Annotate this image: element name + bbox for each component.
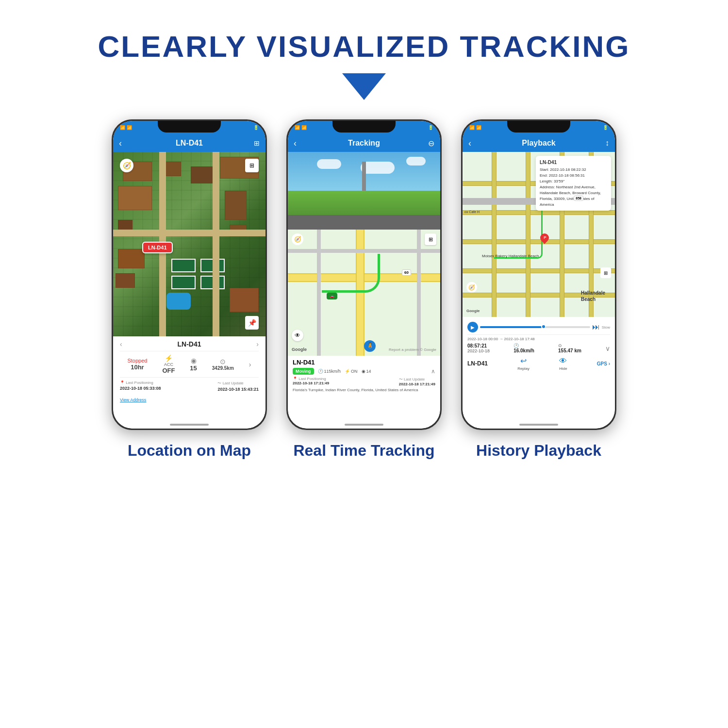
map-court-3 (171, 276, 196, 289)
phone2-acc: ⚡ ON (345, 369, 358, 374)
phone3-time-date: 2022-10-18 (467, 348, 490, 353)
phone3-stat-time: 08:57:21 2022-10-18 (467, 343, 490, 353)
phone1-chevron-right[interactable]: › (256, 340, 259, 348)
p3-p-pin-label: P (544, 235, 546, 240)
phone1-header-icon[interactable]: ⊞ (254, 139, 260, 147)
phone3-skip-btn[interactable]: ⏭ (592, 323, 600, 331)
phone1-update-item: 〜 Last Update 2022-10-18 15:43:21 (217, 381, 259, 392)
phone1-compass: 🧭 (120, 159, 133, 172)
p3-beach-label: HallandaleBeach (581, 290, 605, 302)
map-building-4 (191, 166, 215, 183)
phone1-update-datetime: 2022-10-18 15:43:21 (217, 387, 259, 392)
phone2-expand-btn[interactable]: ∧ (431, 368, 435, 375)
p3-compass: 🧭 (466, 282, 477, 293)
phone3-stats-row: 08:57:21 2022-10-18 🕐 16.0km/h ⊙ 155.47 … (467, 343, 610, 353)
phone1-status-battery: 🔋 (253, 125, 259, 130)
phone3-hide-btn[interactable]: 👁 Hide (559, 357, 567, 371)
p2-eye-btn[interactable]: 👁 (292, 330, 303, 341)
p2-map-logo: Google (292, 347, 307, 352)
phone1-view-address[interactable]: View Address (120, 395, 259, 403)
phone1-chevron-left[interactable]: ‹ (120, 340, 122, 348)
phone2-update-label: 〜 Last Update (399, 377, 435, 382)
phone3-status-left: 📶 📶 (469, 125, 481, 130)
phone1-notch (158, 121, 221, 132)
phone2-home-bar (345, 424, 383, 426)
p3-copy-btn[interactable]: ⊞ (600, 267, 611, 278)
phone1-home-bar (170, 424, 209, 426)
p3-info-device: LN-D41 (540, 159, 607, 166)
phone3-back-btn[interactable]: ‹ (468, 138, 471, 149)
phone1-frame: 📶 📶 15:4 🔋 ‹ LN-D41 ⊞ (112, 119, 267, 430)
phone2-update-datetime: 2022-10-18 17:21:49 (399, 382, 435, 386)
phone2-speed: 🕐 115km/h (318, 369, 341, 374)
phone2-back-btn[interactable]: ‹ (294, 138, 297, 149)
phone3-time-range: 2022-10-18 00:00 → 2022-10-18 17:48 (467, 337, 610, 341)
phone1-view-addr-link[interactable]: View Address (120, 397, 146, 402)
phone1-device-name: LN-D41 (177, 340, 201, 348)
phone3-replay-icon: ↩ (520, 356, 527, 365)
phone1-loc-row: 📍 Last Positioning 2022-10-18 05:33:08 〜… (120, 378, 259, 395)
p2-route-path (322, 254, 380, 293)
p3-info-start: Start: 2022-10-18 08:22:32 (540, 167, 607, 173)
phone1-back-btn[interactable]: ‹ (119, 138, 122, 149)
phone1-copy-btn[interactable]: ⊞ (245, 159, 259, 172)
phone2-bottom: LN-D41 Moving 🕐 115km/h ⚡ ON ◉ 14 ∧ 📍 La… (288, 356, 440, 429)
phone2-header: ‹ Tracking ⊖ (288, 134, 440, 152)
phone1-stat-status: Stopped 10hr (127, 358, 147, 371)
phone1-bottom: ‹ LN-D41 › Stopped 10hr ⚡ ACC OFF (113, 336, 265, 429)
phone3-wrapper: 📶 📶 17:5 🔋 ‹ Playback ↕ (461, 119, 616, 460)
phone3-expand-icon[interactable]: ∨ (605, 345, 610, 352)
phone2-device-row: LN-D41 (293, 359, 435, 366)
phone3-replay-btn[interactable]: ↩ Replay (517, 356, 529, 371)
phone2-camera (288, 152, 440, 230)
phone3-bottom-actions: LN-D41 ↩ Replay 👁 Hide GPS › (467, 356, 610, 371)
map-road-3 (213, 152, 219, 336)
phone1-stat-count: ◉ 15 (190, 357, 197, 372)
phone1-acc-lbl: ACC (164, 362, 173, 367)
p2-highway-v (356, 230, 364, 356)
phone3-label: History Playback (476, 442, 601, 460)
p2-car-icon: 🚗 (327, 293, 337, 299)
phone2-update-item: 〜 Last Update 2022-10-18 17:21:49 (399, 377, 435, 386)
phone2-header-icon[interactable]: ⊖ (428, 139, 434, 148)
p2-map-report: Report a problem © Google (389, 347, 436, 352)
phone1-screen: 📶 📶 15:4 🔋 ‹ LN-D41 ⊞ (113, 121, 265, 429)
phone3-screen: 📶 📶 17:5 🔋 ‹ Playback ↕ (463, 121, 615, 429)
phone2-title: Tracking (348, 139, 380, 148)
phone1-count-icon: ◉ (191, 357, 197, 364)
phone2-device-name: LN-D41 (293, 359, 315, 366)
phone1-expand-icon[interactable]: › (249, 361, 251, 368)
map-building-10 (116, 273, 135, 288)
phone2-address: Florida's Turnpike, Indian River County,… (293, 388, 435, 392)
p2-copy-btn[interactable]: ⊞ (425, 233, 436, 245)
p2-person-btn[interactable]: 🧍 (364, 340, 376, 352)
page-title: CLEARLY VISUALIZED TRACKING (98, 29, 630, 64)
phone1-wrapper: 📶 📶 15:4 🔋 ‹ LN-D41 ⊞ (112, 119, 267, 460)
phone2-count: ◉ 14 (362, 369, 371, 374)
phone3-home-bar (519, 424, 558, 426)
phone2-status-battery: 🔋 (428, 125, 433, 130)
map-building-3 (118, 186, 152, 210)
phone1-acc-icon: ⚡ (165, 354, 173, 362)
phone2-pos-item: 📍 Last Positioning 2022-10-18 17:21:49 (293, 377, 329, 386)
camera-cloud-3 (406, 157, 426, 165)
phone1-pin-btn[interactable]: 📌 (245, 316, 259, 330)
phone3-timeline-dot (541, 324, 546, 329)
phone3-gps-btn[interactable]: GPS › (597, 361, 610, 366)
phone1-stats-row: Stopped 10hr ⚡ ACC OFF ◉ 15 (120, 351, 259, 378)
phone3-header-icon[interactable]: ↕ (605, 139, 609, 148)
phone2-frame: 📶 📶 17:22 🔋 ‹ Tracking ⊖ (286, 119, 442, 430)
phone3-header: ‹ Playback ↕ (463, 134, 615, 152)
phone3-replay-label: Replay (517, 366, 529, 371)
phone3-stat-speed: 🕐 16.0km/h (513, 343, 534, 353)
phone1-count-val: 15 (190, 364, 197, 372)
phone3-timeline-bar[interactable] (480, 326, 590, 328)
phone2-map: 🚗 🧭 ⊞ 👁 🧍 Google Report a problem © Goog… (288, 230, 440, 356)
map-road-1 (113, 230, 265, 236)
phone3-play-btn[interactable]: ▶ (467, 322, 478, 332)
p3-info-length: Length: 33'59" (540, 179, 607, 184)
phone3-speed-val: 16.0km/h (513, 348, 534, 353)
phone1-update-label: 〜 Last Update (217, 381, 259, 386)
phone1-pos-item: 📍 Last Positioning 2022-10-18 05:33:08 (120, 381, 161, 392)
phone1-acc-val: OFF (162, 367, 175, 374)
